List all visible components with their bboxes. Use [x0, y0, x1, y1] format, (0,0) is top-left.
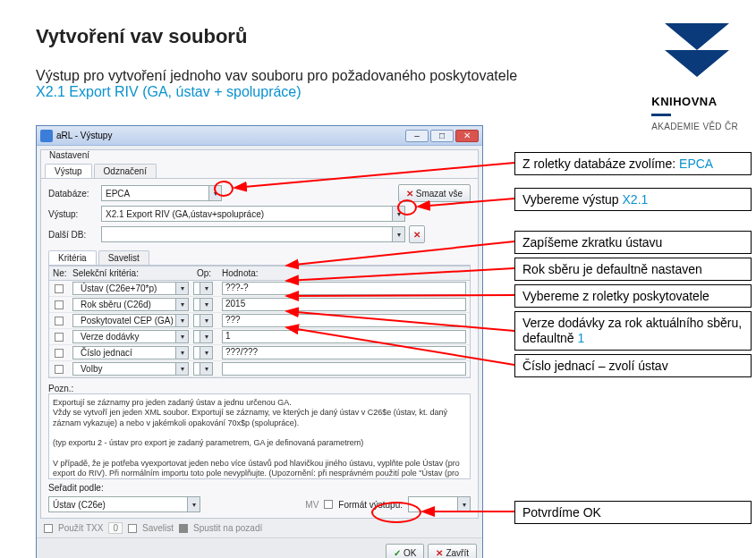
- checkbox-savelist[interactable]: [128, 524, 137, 533]
- checkbox-ne[interactable]: [55, 284, 64, 293]
- table-row: Rok sběru (C26d)=2015: [49, 297, 470, 313]
- checkbox-txx[interactable]: [44, 524, 53, 533]
- chevron-down-icon: [200, 315, 212, 326]
- select-op[interactable]: =: [193, 314, 213, 327]
- maximize-button[interactable]: □: [430, 130, 454, 142]
- select-vystup-value: X2.1 Export RIV (GA,ústav+spolupráce): [102, 209, 268, 219]
- ok-button[interactable]: ✓ OK: [386, 544, 424, 558]
- value-input[interactable]: ???-?: [222, 282, 466, 295]
- checkbox-ne[interactable]: [55, 365, 64, 374]
- tab-vystup[interactable]: Výstup: [45, 164, 92, 178]
- close-button[interactable]: ✕: [455, 130, 479, 142]
- logo-mark: [665, 23, 729, 77]
- label-databaze: Databáze:: [48, 189, 98, 199]
- callout-ok: Potvrdíme OK: [514, 501, 752, 524]
- titlebar: aRL - Výstupy – □ ✕: [37, 126, 482, 146]
- callout-databaze: Z roletky databáze zvolíme: EPCA: [514, 152, 752, 175]
- tab-odznaceni[interactable]: Odznačení: [94, 164, 157, 178]
- chevron-down-icon: [200, 299, 212, 310]
- value-input[interactable]: 2015: [222, 298, 466, 311]
- select-databaze[interactable]: EPCA: [101, 185, 222, 201]
- groupbox-legend: Nastavení: [47, 150, 92, 160]
- txx-count: 0: [108, 522, 123, 534]
- label-mv: MV: [305, 500, 319, 510]
- chevron-down-icon: [392, 227, 404, 241]
- app-window: aRL - Výstupy – □ ✕ Nastavení Výstup Odz…: [36, 125, 483, 558]
- select-criteria[interactable]: Verze dodávky: [72, 330, 189, 343]
- checkbox-ne[interactable]: [55, 333, 64, 342]
- chevron-down-icon: [200, 347, 212, 359]
- chevron-down-icon: [175, 315, 188, 326]
- label-txx: Použít TXX: [58, 523, 103, 533]
- select-dalsidb[interactable]: [101, 226, 405, 242]
- callout-poskytovatel: Vybereme z roletky poskytovatele: [514, 284, 752, 308]
- table-row: Poskytovatel CEP (GA)=???: [49, 313, 470, 329]
- select-op[interactable]: =: [193, 330, 213, 343]
- table-row: Verze dodávky=1: [49, 329, 470, 345]
- table-row: Ústav (C26e+70*p)=???-?: [49, 281, 470, 297]
- select-seradit[interactable]: Ústav (C26e): [48, 496, 200, 512]
- value-input[interactable]: [222, 362, 466, 376]
- chevron-down-icon: [200, 283, 212, 294]
- select-op[interactable]: =: [193, 362, 213, 376]
- chevron-down-icon: [392, 207, 404, 221]
- grid-header-op: Op:: [190, 266, 218, 280]
- dalsidb-remove-button[interactable]: ✕: [409, 225, 425, 243]
- select-op[interactable]: =: [193, 282, 213, 295]
- minimize-button[interactable]: –: [405, 130, 429, 142]
- label-bg: Spustit na pozadí: [193, 523, 262, 533]
- chevron-down-icon: [187, 497, 200, 512]
- page-subtitle: Výstup pro vytvoření jednoho vav souboru…: [36, 68, 662, 100]
- value-input[interactable]: ???: [222, 314, 466, 327]
- select-format[interactable]: [408, 496, 471, 512]
- chevron-down-icon: [175, 299, 188, 310]
- svg-marker-1: [665, 50, 729, 77]
- window-title: aRL - Výstupy: [56, 131, 405, 140]
- chevron-down-icon: [200, 331, 212, 342]
- checkbox-mv[interactable]: [324, 500, 333, 509]
- tab-kriteria[interactable]: Kritéria: [48, 250, 97, 265]
- select-vystup[interactable]: X2.1 Export RIV (GA,ústav+spolupráce): [101, 206, 405, 222]
- zavrit-label: Zavřít: [446, 548, 469, 558]
- callout-rok: Rok sběru je defaultně nastaven: [514, 258, 752, 281]
- value-input[interactable]: 1: [222, 330, 466, 343]
- select-criteria[interactable]: Číslo jednací: [72, 346, 189, 359]
- checkbox-bg[interactable]: [179, 524, 188, 533]
- select-databaze-value: EPCA: [102, 189, 133, 199]
- label-dalsidb: Další DB:: [48, 230, 98, 240]
- svg-marker-0: [665, 23, 729, 50]
- select-criteria[interactable]: Poskytovatel CEP (GA): [72, 314, 189, 327]
- smazat-vse-label: Smazat vše: [416, 189, 463, 199]
- checkbox-ne[interactable]: [55, 349, 64, 358]
- callout-ustav: Zapíšeme zkratku ústavu: [514, 231, 752, 254]
- smazat-vse-button[interactable]: ✕ Smazat vše: [398, 184, 471, 202]
- logo-subtitle: AKADEMIE VĚD ČR: [651, 122, 738, 131]
- chevron-down-icon: [200, 363, 212, 375]
- label-seradit: Seřadit podle:: [48, 483, 104, 493]
- select-criteria[interactable]: Rok sběru (C26d): [72, 298, 189, 311]
- checkbox-ne[interactable]: [55, 300, 64, 309]
- value-input[interactable]: ???/???: [222, 346, 466, 359]
- callout-verze: Verze dodávky za rok aktuálního sběru, d…: [514, 311, 752, 351]
- checkbox-ne[interactable]: [55, 317, 64, 326]
- grid-header-sel: Selekční kritéria:: [69, 266, 190, 280]
- callout-vystup: Vybereme výstup X2.1: [514, 188, 752, 211]
- settings-groupbox: Nastavení Výstup Odznačení Databáze: EPC…: [40, 149, 479, 519]
- chevron-down-icon: [175, 331, 188, 342]
- table-row: Volby=: [49, 361, 470, 377]
- select-criteria[interactable]: Volby: [72, 362, 189, 376]
- chevron-down-icon: [175, 347, 188, 359]
- tab-savelist[interactable]: Savelist: [98, 250, 149, 265]
- zavrit-button[interactable]: ✕ Zavřít: [428, 544, 477, 558]
- pozn-text: Exportují se záznamy pro jeden zadaný ús…: [48, 393, 471, 479]
- label-savelist: Savelist: [142, 523, 174, 533]
- select-seradit-value: Ústav (C26e): [49, 500, 109, 510]
- select-op[interactable]: =: [193, 298, 213, 311]
- select-criteria[interactable]: Ústav (C26e+70*p): [72, 282, 189, 295]
- select-op[interactable]: =: [193, 346, 213, 359]
- chevron-down-icon: [208, 186, 221, 200]
- subtitle-line1: Výstup pro vytvoření jednoho vav souboru…: [36, 68, 517, 83]
- callout-cislo: Číslo jednací – zvolí ústav: [514, 354, 752, 377]
- label-format: Formát výstupu:: [338, 500, 403, 510]
- chevron-down-icon: [457, 497, 470, 512]
